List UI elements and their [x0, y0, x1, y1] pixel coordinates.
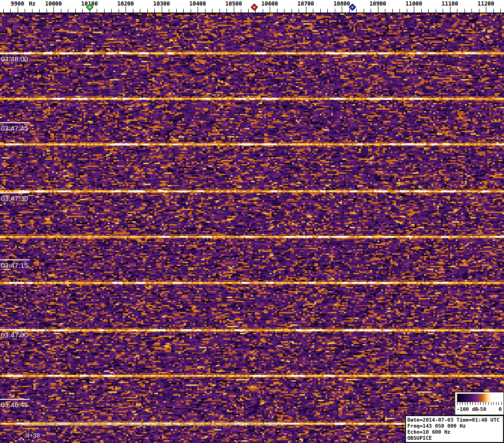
freq-tick	[464, 9, 465, 13]
freq-tick	[457, 9, 458, 13]
freq-tick	[378, 7, 378, 13]
freq-tick	[407, 9, 407, 13]
freq-tick	[292, 9, 292, 13]
color-scale-legend: -100 dB -50 0	[455, 392, 504, 415]
info-echo-line: Echo=10 600 Hz	[407, 429, 502, 435]
observation-info-box: Date=2014-07-03 Time=01:48 UTC Freq=143 …	[405, 415, 504, 443]
freq-tick	[18, 7, 18, 13]
legend-tick	[480, 402, 481, 405]
freq-tick	[414, 7, 414, 13]
freq-tick	[241, 9, 241, 13]
legend-tick	[491, 402, 491, 405]
freq-tick	[61, 9, 61, 13]
freq-tick	[183, 9, 184, 13]
freq-tick	[154, 9, 155, 13]
legend-tick	[472, 402, 473, 405]
info-freq-line: Freq=143 050 000 Hz	[407, 423, 502, 429]
freq-label: 9900	[11, 0, 24, 7]
freq-tick	[68, 9, 68, 13]
legend-tick	[465, 402, 465, 405]
freq-tick	[169, 9, 169, 13]
spectrogram-app: 9900100001010010200103001040010500106001…	[0, 0, 504, 443]
freq-tick	[10, 9, 11, 13]
legend-label-max: 0	[498, 406, 502, 412]
freq-tick	[198, 7, 198, 13]
info-station-line: OBSUPICE	[407, 435, 502, 441]
freq-tick	[119, 9, 119, 13]
freq-label: 10000	[45, 0, 62, 7]
freq-tick	[111, 9, 112, 13]
freq-tick	[471, 9, 472, 13]
legend-tick	[467, 402, 468, 405]
freq-tick	[82, 9, 83, 13]
freq-tick	[226, 9, 227, 13]
freq-label: 10200	[117, 0, 134, 7]
legend-label-min: -100 dB	[457, 406, 478, 412]
freq-tick	[97, 9, 97, 13]
freq-label: 10600	[261, 0, 278, 7]
freq-tick	[428, 9, 429, 13]
freq-label: 10400	[189, 0, 206, 7]
freq-tick	[327, 9, 328, 13]
legend-label-mid: -50	[477, 406, 486, 412]
freq-tick	[75, 9, 76, 13]
freq-tick	[234, 7, 234, 13]
freq-label: 11000	[405, 0, 422, 7]
freq-tick	[450, 7, 451, 13]
freq-tick	[335, 9, 335, 13]
legend-tick	[498, 402, 499, 405]
legend-tick	[488, 402, 489, 405]
freq-tick	[392, 9, 393, 13]
freq-tick	[212, 9, 212, 13]
freq-tick	[162, 7, 162, 13]
marker-center-dot	[253, 6, 255, 8]
legend-tick	[496, 402, 497, 405]
freq-label: 11200	[477, 0, 494, 7]
freq-tick	[133, 9, 133, 13]
freq-tick	[306, 7, 306, 13]
freq-tick	[500, 9, 501, 13]
legend-tick	[483, 402, 484, 405]
legend-tick	[478, 402, 478, 405]
freq-tick	[298, 9, 299, 13]
freq-tick	[479, 9, 479, 13]
freq-tick	[313, 9, 313, 13]
freq-tick	[147, 9, 148, 13]
freq-label: 10700	[297, 0, 314, 7]
freq-tick	[263, 9, 263, 13]
legend-tick	[501, 402, 502, 405]
freq-tick	[277, 9, 278, 13]
legend-tick	[462, 402, 463, 405]
freq-tick	[219, 9, 220, 13]
spectrogram-canvas[interactable]	[0, 13, 504, 443]
freq-tick	[205, 9, 206, 13]
info-date-line: Date=2014-07-03 Time=01:48 UTC	[407, 417, 502, 423]
freq-tick	[46, 9, 47, 13]
freq-tick	[486, 7, 486, 13]
freq-tick	[126, 7, 126, 13]
freq-tick	[371, 9, 371, 13]
marker-center-dot	[351, 6, 353, 8]
freq-tick	[248, 9, 249, 13]
freq-tick	[3, 9, 4, 13]
freq-unit-label: Hz	[29, 0, 35, 7]
freq-tick	[32, 9, 33, 13]
red-marker-diamond[interactable]	[251, 4, 258, 11]
legend-tick	[493, 402, 494, 405]
freq-tick	[191, 9, 191, 13]
freq-tick	[284, 9, 285, 13]
freq-tick	[356, 9, 357, 13]
color-gradient-bar	[457, 394, 502, 402]
freq-label: 10900	[369, 0, 386, 7]
freq-label: 11100	[441, 0, 458, 7]
freq-tick	[176, 9, 177, 13]
freq-tick	[399, 9, 400, 13]
freq-tick	[53, 7, 54, 13]
freq-tick	[364, 9, 364, 13]
freq-label: 10500	[225, 0, 242, 7]
legend-ticks	[457, 402, 502, 405]
freq-tick	[104, 9, 105, 13]
freq-tick	[320, 9, 321, 13]
marker-center-dot	[88, 6, 90, 8]
freq-tick	[385, 9, 385, 13]
